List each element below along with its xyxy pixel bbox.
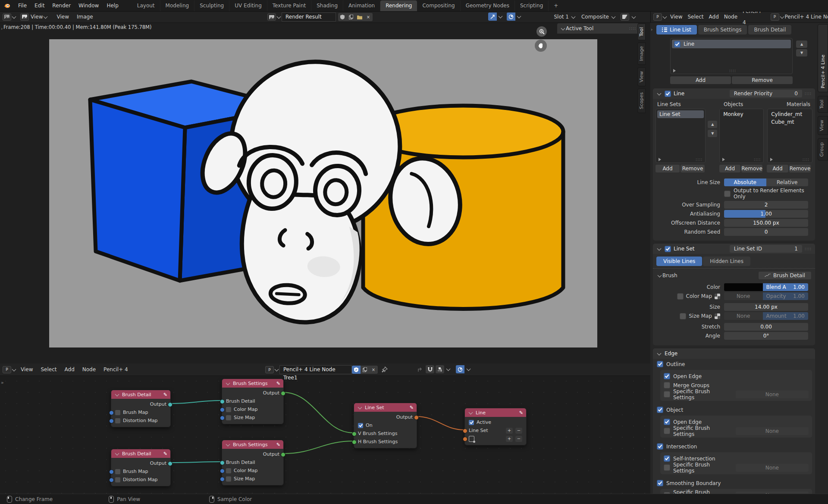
- merge-groups-checkbox[interactable]: [664, 382, 670, 388]
- node-menu-pencil4[interactable]: Pencil+ 4: [100, 364, 132, 375]
- checkbox[interactable]: [115, 418, 120, 423]
- add-lineset-button[interactable]: +: [506, 428, 513, 434]
- random-seed-field[interactable]: 0: [724, 228, 808, 236]
- color-swatch[interactable]: [724, 283, 763, 291]
- opacity-field[interactable]: Opacity1.00: [763, 292, 809, 300]
- pencil-datablock-icon[interactable]: P: [771, 13, 779, 21]
- list-resize-grip[interactable]: ::::: [754, 158, 761, 161]
- outline-checkbox[interactable]: [657, 361, 663, 367]
- input-socket[interactable]: [352, 432, 357, 436]
- slot-chevron-icon[interactable]: [571, 14, 576, 19]
- workspace-tab-animation[interactable]: Animation: [343, 0, 380, 11]
- node-menu-add[interactable]: Add: [61, 364, 78, 375]
- npanel-tab-scopes[interactable]: Scopes: [637, 88, 646, 113]
- edit-pencil-icon[interactable]: ✎: [163, 392, 167, 398]
- workspace-tab-layout[interactable]: Layout: [132, 0, 160, 11]
- stretch-field[interactable]: 0.00: [724, 323, 808, 331]
- side-tab-tool[interactable]: Tool: [818, 96, 828, 113]
- active-checkbox[interactable]: [469, 420, 474, 425]
- edit-pencil-icon[interactable]: ✎: [519, 410, 523, 416]
- snap-target-icon[interactable]: [436, 365, 444, 373]
- pencil-menu-view[interactable]: View: [668, 11, 685, 22]
- workspace-tab-rendering[interactable]: Rendering: [380, 0, 417, 11]
- checkbox[interactable]: [226, 476, 231, 482]
- checkbox[interactable]: [226, 407, 231, 412]
- image-datablock-chevron-icon[interactable]: [277, 15, 281, 19]
- color-map-checkbox[interactable]: [677, 293, 684, 300]
- pin-icon[interactable]: [382, 366, 388, 373]
- checkbox[interactable]: [115, 410, 120, 415]
- input-socket[interactable]: [220, 460, 225, 465]
- display-channels-icon[interactable]: [621, 13, 629, 21]
- npanel-tab-view[interactable]: View: [637, 67, 646, 86]
- render-priority-field[interactable]: Render Priority0: [730, 90, 802, 97]
- input-socket[interactable]: [463, 437, 467, 441]
- node-collapse-chevron-icon[interactable]: [469, 410, 473, 414]
- line-panel-header[interactable]: Line Render Priority0 ::::: [653, 88, 815, 99]
- object-checkbox[interactable]: [657, 407, 663, 413]
- slot-dropdown[interactable]: Slot 1: [554, 14, 569, 20]
- pencil-datablock-name[interactable]: Pencil+ 4 Line No: [785, 14, 828, 20]
- output-socket[interactable]: [281, 391, 285, 396]
- size-map-field[interactable]: None: [724, 312, 763, 320]
- overlays-toggle-icon[interactable]: [507, 13, 515, 21]
- pencil-region-expand-icon[interactable]: ›: [651, 27, 652, 32]
- brush-chevron-icon[interactable]: [658, 273, 662, 277]
- node-collapse-chevron-icon[interactable]: [115, 451, 119, 455]
- edit-pencil-icon[interactable]: ✎: [276, 442, 280, 448]
- edit-pencil-icon[interactable]: ✎: [276, 381, 280, 386]
- remove-button[interactable]: −: [515, 436, 522, 442]
- node-overlays-icon[interactable]: [456, 365, 464, 373]
- tab-hidden-lines[interactable]: Hidden Lines: [703, 257, 750, 266]
- node-brush-settings-1[interactable]: Brush Settings✎ Output Brush Detail Colo…: [222, 379, 284, 424]
- list-filter-expander-icon[interactable]: [770, 158, 773, 161]
- input-socket[interactable]: [220, 399, 225, 404]
- material-remove-button[interactable]: Remove: [789, 165, 811, 172]
- node-line-set[interactable]: Line Set✎ Output On V Brush Settings H B…: [354, 403, 417, 448]
- tab-line-list[interactable]: Line List: [656, 25, 697, 34]
- workspace-tab-scripting[interactable]: Scripting: [515, 0, 549, 11]
- node-menu-select[interactable]: Select: [37, 364, 60, 375]
- input-socket[interactable]: [352, 440, 357, 445]
- overlays-dropdown-chevron-icon[interactable]: [517, 14, 521, 19]
- line-set-panel-header[interactable]: Line Set Line Set ID1 ::::: [653, 244, 815, 254]
- line-set-enable-checkbox[interactable]: [665, 246, 671, 252]
- line-set-id-field[interactable]: Line Set ID1: [730, 245, 802, 253]
- panel-grip[interactable]: ::::: [805, 247, 812, 250]
- specific-brush-settings-checkbox[interactable]: [664, 428, 670, 434]
- material-add-button[interactable]: Add: [767, 165, 788, 172]
- workspace-tab-modeling[interactable]: Modeling: [160, 0, 195, 11]
- input-socket[interactable]: [109, 419, 114, 423]
- unlink-node-tree-icon[interactable]: ×: [369, 366, 378, 374]
- object-item[interactable]: Monkey: [721, 110, 762, 118]
- node-overlays-chevron-icon[interactable]: [467, 367, 471, 371]
- image-datablock-name[interactable]: Render Result: [282, 13, 336, 22]
- open-edge-checkbox[interactable]: [664, 419, 670, 425]
- input-socket[interactable]: [220, 477, 225, 482]
- image-menu-image[interactable]: Image: [73, 11, 97, 22]
- move-up-button[interactable]: ▲: [796, 41, 807, 48]
- lineset-remove-button[interactable]: Remove: [681, 165, 705, 172]
- line-remove-button[interactable]: Remove: [732, 76, 793, 84]
- output-socket[interactable]: [281, 452, 285, 457]
- specific-brush-settings-field[interactable]: None: [736, 391, 809, 398]
- panel-collapse-chevron-icon[interactable]: [561, 26, 565, 30]
- lineset-move-up-button[interactable]: ▲: [708, 121, 717, 128]
- gizmo-dropdown-chevron-icon[interactable]: [499, 14, 503, 19]
- list-resize-grip[interactable]: ::::: [729, 69, 736, 72]
- panel-grip[interactable]: ::::: [805, 92, 812, 95]
- node-tree-chevron-icon[interactable]: [275, 367, 279, 372]
- menu-help[interactable]: Help: [103, 0, 122, 11]
- npanel-tab-image[interactable]: Image: [637, 42, 646, 65]
- image-mode-dropdown[interactable]: View: [31, 14, 43, 20]
- self-intersection-checkbox[interactable]: [664, 455, 670, 462]
- pass-chevron-icon[interactable]: [612, 14, 616, 19]
- pencil-menu-add[interactable]: Add: [706, 11, 721, 22]
- specific-brush-settings-checkbox[interactable]: [664, 464, 670, 471]
- image-menu-view[interactable]: View: [53, 11, 72, 22]
- checkbox[interactable]: [115, 477, 120, 482]
- node-toolbar-expand-icon[interactable]: »: [1, 380, 4, 385]
- input-socket[interactable]: [109, 410, 114, 415]
- node-collapse-chevron-icon[interactable]: [226, 442, 230, 446]
- pencil-menu-node[interactable]: Node: [721, 11, 740, 22]
